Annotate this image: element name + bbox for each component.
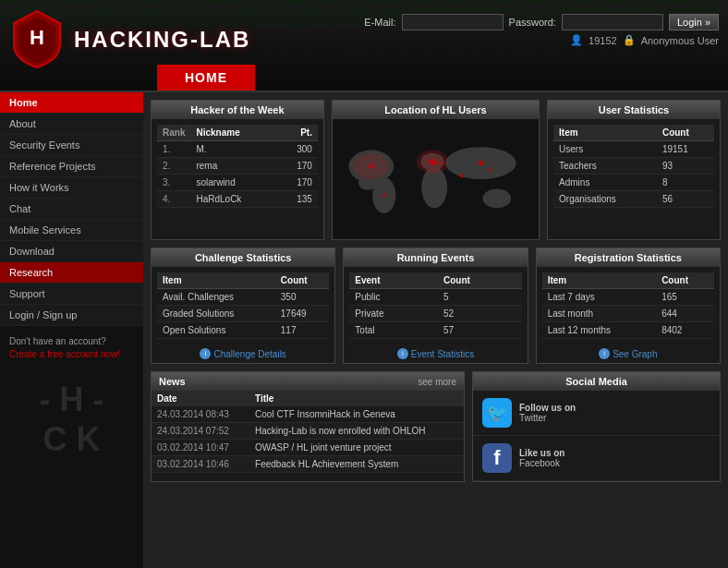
col-count: Count: [656, 272, 714, 289]
password-input[interactable]: [562, 14, 663, 30]
nickname-cell: solarwind: [190, 175, 276, 191]
item-cell: Users: [553, 141, 657, 158]
email-input[interactable]: [402, 14, 504, 30]
item-cell: Total: [349, 322, 438, 339]
news-see-more-link[interactable]: see more: [418, 377, 456, 387]
create-account-link[interactable]: Create a free account now!: [9, 349, 120, 359]
table-row: Last 7 days 165: [542, 289, 714, 306]
world-map-container: [333, 119, 539, 239]
title-cell: Cool CTF InsomniHack in Geneva: [249, 406, 464, 423]
col-event: Event: [349, 272, 438, 289]
user-statistics-panel: User Statistics Item Count Users 19151 T…: [547, 100, 721, 240]
hacker-of-week-title: Hacker of the Week: [152, 101, 323, 119]
sidebar-hck-art: - H -C K: [9, 380, 134, 459]
user-info: 👤 19152 🔒 Anonymous User: [364, 34, 719, 46]
user-statistics-table: Item Count Users 19151 Teachers 93 Admin…: [553, 125, 714, 208]
nickname-cell: rema: [190, 158, 276, 175]
item-cell: Avail. Challenges: [157, 289, 275, 306]
challenge-statistics-table: Item Count Avail. Challenges 350 Graded …: [157, 272, 329, 339]
sidebar-item-home[interactable]: Home: [0, 92, 143, 114]
main-layout: Home About Security Events Reference Pro…: [0, 92, 728, 568]
facebook-social-item[interactable]: f Like us onFacebook: [473, 436, 720, 481]
sidebar-item-reference-projects[interactable]: Reference Projects: [0, 156, 143, 177]
sidebar-item-login[interactable]: Login / Sign up: [0, 305, 143, 326]
rank-cell: 2.: [157, 158, 190, 175]
col-count: Count: [438, 272, 522, 289]
table-row: 24.03.2014 08:43 Cool CTF InsomniHack in…: [152, 406, 464, 423]
user-statistics-body: Item Count Users 19151 Teachers 93 Admin…: [548, 119, 720, 213]
twitter-label: Follow us onTwitter: [519, 403, 576, 423]
hacker-of-week-panel: Hacker of the Week Rank Nickname Pt. 1. …: [151, 100, 324, 240]
challenge-details-link[interactable]: i Challenge Details: [155, 348, 331, 359]
col-pts: Pt.: [277, 125, 318, 141]
running-events-panel: Running Events Event Count Public 5 Priv…: [343, 248, 528, 364]
anonymous-user-label: Anonymous User: [641, 35, 719, 46]
location-panel: Location of HL Users: [332, 100, 540, 240]
sidebar-item-chat[interactable]: Chat: [0, 199, 143, 220]
table-row: Last month 644: [542, 306, 714, 322]
table-row: 3. solarwind 170: [157, 175, 318, 191]
event-statistics-link[interactable]: i Event Statistics: [347, 348, 523, 359]
table-row: Users 19151: [553, 141, 714, 158]
count-cell: 52: [438, 306, 522, 322]
svg-point-16: [417, 151, 449, 174]
count-cell: 17649: [275, 306, 330, 322]
facebook-label: Like us onFacebook: [519, 448, 564, 468]
news-title: News: [159, 376, 186, 387]
sidebar-item-security-events[interactable]: Security Events: [0, 135, 143, 156]
sidebar-item-research[interactable]: Research: [0, 262, 143, 284]
item-cell: Teachers: [553, 158, 657, 175]
item-cell: Organisations: [553, 191, 657, 208]
col-count: Count: [657, 125, 714, 141]
count-cell: 19151: [657, 141, 714, 158]
news-table: Date Title 24.03.2014 08:43 Cool CTF Ins…: [152, 391, 464, 473]
login-row: E-Mail: Password: Login »: [364, 14, 719, 30]
no-account-text: Don't have an account?: [9, 335, 134, 348]
sidebar: Home About Security Events Reference Pro…: [0, 92, 143, 568]
news-panel: News see more Date Title 24.03.2014 08:4…: [151, 371, 465, 482]
registration-statistics-panel: Registration Statistics Item Count Last …: [536, 248, 721, 364]
nickname-cell: HaRdLoCk: [190, 191, 276, 208]
challenge-statistics-title: Challenge Statistics: [152, 248, 334, 267]
email-label: E-Mail:: [364, 17, 395, 28]
user-count: 19152: [588, 35, 617, 46]
running-events-table: Event Count Public 5 Private 52 Total 57: [349, 272, 521, 339]
title-cell: OWASP / HL joint venture project: [249, 440, 464, 456]
running-events-body: Event Count Public 5 Private 52 Total 57: [344, 267, 527, 344]
login-button[interactable]: Login »: [669, 14, 719, 30]
pts-cell: 170: [277, 175, 318, 191]
graph-link-icon: i: [599, 348, 610, 359]
location-panel-title: Location of HL Users: [333, 101, 539, 119]
see-graph-link[interactable]: i See Graph: [540, 348, 716, 359]
table-row: 4. HaRdLoCk 135: [157, 191, 318, 208]
sidebar-item-mobile-services[interactable]: Mobile Services: [0, 220, 143, 241]
svg-point-8: [482, 188, 511, 208]
nav-home-button[interactable]: HOME: [157, 65, 255, 91]
social-media-panel: Social Media 🐦 Follow us onTwitter f Lik…: [472, 371, 721, 482]
col-count: Count: [275, 272, 330, 289]
item-cell: Graded Solutions: [157, 306, 275, 322]
twitter-social-item[interactable]: 🐦 Follow us onTwitter: [473, 391, 720, 436]
sidebar-item-about[interactable]: About: [0, 114, 143, 135]
table-row: Public 5: [349, 289, 521, 306]
table-row: 03.02.2014 10:47 OWASP / HL joint ventur…: [152, 440, 464, 456]
count-cell: 56: [657, 191, 714, 208]
col-title: Title: [249, 391, 464, 406]
nickname-cell: M.: [190, 141, 276, 158]
user-statistics-title: User Statistics: [548, 101, 720, 119]
svg-point-13: [479, 161, 484, 166]
date-cell: 24.03.2014 08:43: [152, 406, 249, 423]
date-cell: 03.02.2014 10:46: [152, 456, 249, 473]
item-cell: Open Solutions: [157, 322, 275, 339]
lock-icon: 🔒: [623, 34, 636, 46]
sidebar-item-support[interactable]: Support: [0, 284, 143, 305]
sidebar-item-download[interactable]: Download: [0, 241, 143, 262]
svg-text:H: H: [30, 26, 44, 49]
event-statistics-link-row: i Event Statistics: [344, 344, 527, 363]
user-icon: 👤: [570, 34, 583, 46]
event-link-icon: i: [397, 348, 408, 359]
challenge-statistics-panel: Challenge Statistics Item Count Avail. C…: [151, 248, 335, 364]
world-map-svg: [333, 119, 539, 239]
table-row: 03.02.2014 10:46 Feedback HL Achievement…: [152, 456, 464, 473]
sidebar-item-how-it-works[interactable]: How it Works: [0, 177, 143, 199]
